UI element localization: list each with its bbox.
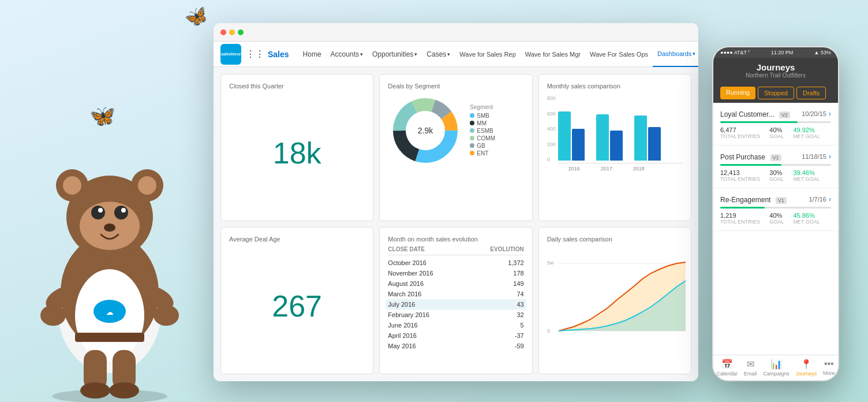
daily-sales-chart: 5м 0 — [547, 247, 683, 328]
journey-stats-post: 12,413 TOTAL ENTRIES 30% GOAL 39.46% MET… — [720, 169, 831, 182]
svg-point-26 — [109, 382, 139, 399]
table-row: August 2016 149 — [388, 278, 523, 289]
chevron-down-icon: ▾ — [414, 51, 417, 57]
dashboard-content: Closed this Quarter 18k Average Deal Age… — [214, 67, 698, 381]
svg-point-25 — [80, 382, 110, 399]
salesforce-logo: salesforce — [220, 44, 241, 65]
svg-text:2.9k: 2.9k — [418, 126, 433, 135]
avg-deal-age-value: 267 — [272, 291, 322, 321]
table-row: February 2016 32 — [388, 310, 523, 320]
journey-total-entries-post: 12,413 — [720, 169, 760, 176]
nav-wave-rep[interactable]: Wave for Sales Rep — [455, 42, 520, 67]
journey-date-loyal: 10/20/15 — [802, 110, 826, 117]
bar-label-2017: 2017 — [590, 166, 623, 172]
svg-point-22 — [104, 224, 115, 232]
journey-progress-loyal — [720, 121, 831, 123]
legend-title: Segment — [470, 104, 495, 110]
nav-opportunities[interactable]: Opportunities ▾ — [368, 42, 422, 67]
tab-stopped[interactable]: Stopped — [758, 87, 794, 99]
nav-cases[interactable]: Cases ▾ — [422, 42, 455, 67]
phone-nav-calendar[interactable]: 📅 Calendar — [716, 359, 738, 377]
calendar-icon: 📅 — [721, 359, 733, 370]
bar-label-2018: 2018 — [623, 166, 655, 172]
phone-nav-campaigns[interactable]: 📊 Campaigns — [763, 359, 790, 377]
nav-wave-ops[interactable]: Wave For Sales Ops — [585, 42, 653, 67]
journey-progress-fill — [720, 164, 781, 166]
journey-goal-reeng: 40% — [769, 212, 784, 219]
journey-version-loyal: V2 — [779, 111, 790, 118]
table-row: June 2016 5 — [388, 320, 523, 330]
journey-stats-reeng: 1,219 TOTAL ENTRIES 40% GOAL 45.86% MET … — [720, 212, 831, 225]
svg-rect-27 — [75, 333, 144, 342]
nav-wave-mgr[interactable]: Wave for Sales Mgr — [521, 42, 585, 67]
nav-accounts[interactable]: Accounts ▾ — [326, 42, 368, 67]
table-row: October 2016 1,372 — [388, 258, 523, 268]
salesforce-nav: salesforce ⋮⋮ Sales Home Accounts ▾ Oppo… — [214, 42, 698, 67]
table-header: CLOSE DATE EVOLUTION — [388, 246, 523, 255]
more-icon: ••• — [824, 359, 834, 369]
journey-progress-post — [720, 164, 831, 166]
deals-segment-title: Deals by Segment — [388, 83, 523, 90]
table-row: November 2016 178 — [388, 268, 523, 278]
chevron-down-icon: ▾ — [693, 51, 695, 57]
table-row: April 2016 -37 — [388, 330, 523, 341]
bar-chart-inner — [558, 94, 683, 163]
legend-item-ent: ENT — [470, 150, 495, 157]
journey-stats-loyal: 6,477 TOTAL ENTRIES 40% GOAL 49.92% MET … — [720, 126, 831, 139]
svg-point-21 — [121, 208, 126, 213]
journey-progress-reeng — [720, 207, 831, 209]
bar-2017-v1 — [596, 114, 609, 161]
legend-item-esmb: ESMB — [470, 128, 495, 134]
phone-nav-email[interactable]: ✉ Email — [744, 359, 757, 377]
svg-point-19 — [114, 206, 128, 219]
bar-label-2016: 2016 — [558, 166, 590, 172]
legend-item-gb: GB — [470, 143, 495, 149]
phone-nav-journeys[interactable]: 📍 Journeys — [796, 359, 817, 377]
journey-name-post: Post Purchase — [720, 153, 765, 161]
donut-legend: Segment SMB MM ESMB COM — [470, 104, 495, 158]
donut-chart: 2.9k — [388, 93, 463, 168]
month-on-month-title: Month on month sales evolution — [388, 236, 523, 243]
browser-chrome — [214, 23, 698, 42]
nav-dashboards[interactable]: Dashboards ▾ — [653, 42, 698, 67]
phone-nav-more[interactable]: ••• More — [823, 359, 835, 377]
phone-carrier: ●●●● AT&T ᵀ — [720, 50, 750, 55]
svg-point-18 — [91, 206, 105, 219]
maximize-button[interactable] — [238, 29, 244, 35]
browser-window: salesforce ⋮⋮ Sales Home Accounts ▾ Oppo… — [214, 23, 698, 381]
evolution-table: CLOSE DATE EVOLUTION October 2016 1,372 … — [388, 246, 523, 351]
legend-item-comm: COMM — [470, 135, 495, 142]
phone-app-title: Journeys — [720, 62, 831, 72]
legend-item-mm: MM — [470, 120, 495, 126]
svg-point-10 — [40, 305, 66, 326]
tab-running[interactable]: Running — [720, 87, 755, 99]
close-button[interactable] — [220, 29, 226, 35]
svg-text:5м: 5м — [547, 260, 553, 266]
journeys-icon: 📍 — [800, 359, 812, 370]
journey-item-reengagement[interactable]: Re-Engagement V1 1/7/16 › 1,219 TOTAL EN… — [713, 188, 838, 231]
nav-home[interactable]: Home — [298, 42, 326, 67]
bar-chart: 800 600 400 200 0 — [547, 94, 683, 172]
window-controls — [220, 29, 244, 35]
apps-icon[interactable]: ⋮⋮ — [246, 49, 264, 59]
journey-progress-fill — [720, 207, 765, 209]
chevron-down-icon: ▾ — [360, 51, 363, 57]
avg-deal-age-title: Average Deal Age — [229, 236, 365, 243]
closed-quarter-title: Closed this Quarter — [229, 83, 365, 90]
daily-sales-card: Daily sales comparison 5м 0 — [538, 227, 691, 374]
bar-2018-v1 — [634, 116, 647, 161]
journey-item-post-purchase[interactable]: Post Purchase V1 11/18/15 › 12,413 TOTAL… — [713, 146, 838, 188]
bar-2017-v2 — [610, 131, 623, 161]
bar-2016-v2 — [572, 129, 585, 161]
month-on-month-card: Month on month sales evolution CLOSE DAT… — [379, 227, 532, 374]
tab-drafts[interactable]: Drafts — [796, 87, 826, 99]
journey-list: Loyal Customer... V2 10/20/15 › 6,477 TO… — [713, 103, 838, 355]
journey-name-loyal: Loyal Customer... — [720, 110, 774, 118]
svg-point-16 — [138, 176, 156, 195]
phone-status-bar: ●●●● AT&T ᵀ 11:20 PM ▲ 53% — [713, 47, 838, 58]
minimize-button[interactable] — [229, 29, 235, 35]
sales-label: Sales — [268, 50, 289, 59]
journey-met-goal-reeng: 45.86% — [793, 212, 820, 219]
journey-item-loyal[interactable]: Loyal Customer... V2 10/20/15 › 6,477 TO… — [713, 103, 838, 146]
journey-met-goal-post: 39.46% — [793, 169, 820, 176]
